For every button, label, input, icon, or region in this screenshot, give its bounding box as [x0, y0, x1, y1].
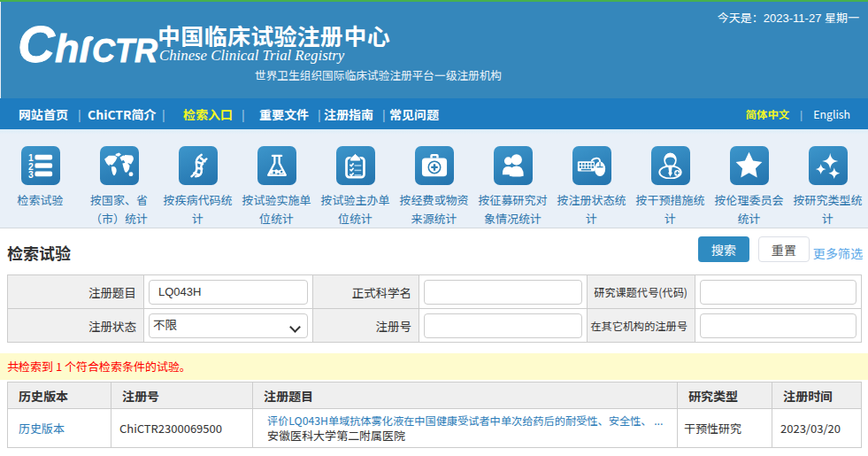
- svg-text:3: 3: [27, 170, 33, 179]
